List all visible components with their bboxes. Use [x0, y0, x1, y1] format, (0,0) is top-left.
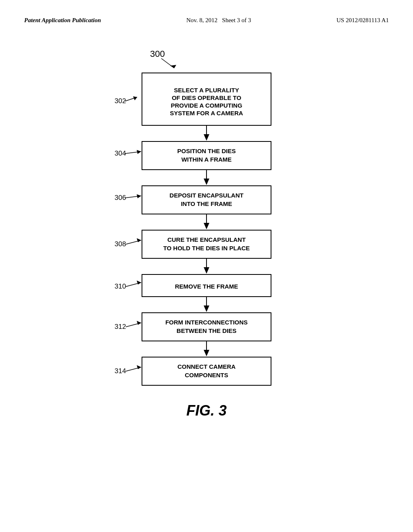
box-306	[142, 186, 271, 214]
text-312-1: FORM INTERCONNECTIONS	[165, 319, 248, 326]
label-308-arrowhead	[137, 238, 141, 242]
text-314-2: COMPONENTS	[185, 372, 228, 378]
text-308-1: CURE THE ENCAPSULANT	[167, 236, 246, 243]
text-312-2: BETWEEN THE DIES	[177, 327, 236, 334]
text-306-2: INTO THE FRAME	[181, 200, 232, 207]
label-302: 302	[115, 97, 126, 105]
label-308: 308	[115, 240, 126, 248]
label-312-arrowhead	[137, 321, 141, 325]
text-302-2: OF DIES OPERABLE TO	[172, 94, 242, 101]
arrow-306-308-head	[204, 223, 209, 229]
label-312: 312	[115, 323, 126, 330]
arrow-308-310-head	[204, 267, 209, 274]
flowchart-diagram: 300 302 SELECT A PLURALITY OF DIES OPERA…	[25, 33, 388, 496]
text-302-3: PROVIDE A COMPUTING	[171, 102, 242, 109]
top-ref-label: 300	[150, 49, 165, 59]
label-306-arrowhead	[137, 194, 141, 198]
arrow-310-312-head	[204, 305, 209, 312]
box-312	[142, 313, 271, 341]
date-sheet: Nov. 8, 2012 Sheet 3 of 3	[186, 16, 251, 25]
label-304-arrowhead	[137, 150, 141, 154]
label-314: 314	[115, 367, 126, 375]
arrow-304-306-head	[204, 179, 209, 185]
label-310: 310	[115, 283, 126, 290]
publication-label: Patent Application Publication	[24, 16, 101, 25]
text-304-1: POSITION THE DIES	[177, 148, 236, 154]
label-310-arrowhead	[137, 281, 141, 285]
figure-caption: FIG. 3	[186, 402, 227, 419]
text-314-1: CONNECT CAMERA	[177, 363, 236, 370]
box-308	[142, 230, 271, 258]
patent-number: US 2012/0281113 A1	[336, 16, 389, 25]
label-306: 306	[115, 194, 126, 202]
page-header: Patent Application Publication Nov. 8, 2…	[0, 0, 413, 33]
text-302-1: SELECT A PLURALITY	[174, 87, 239, 94]
box-304	[142, 141, 271, 170]
text-304-2: WITHIN A FRAME	[181, 156, 232, 163]
text-306-1: DEPOSIT ENCAPSULANT	[169, 192, 243, 199]
text-302-4: SYSTEM FOR A CAMERA	[170, 110, 243, 116]
arrow-312-314-head	[204, 350, 209, 356]
text-308-2: TO HOLD THE DIES IN PLACE	[163, 245, 250, 251]
arrow-302-304-head	[204, 134, 209, 141]
box-314	[142, 357, 271, 385]
text-310: REMOVE THE FRAME	[175, 283, 238, 290]
label-304: 304	[115, 150, 126, 157]
label-314-arrowhead	[137, 365, 141, 369]
